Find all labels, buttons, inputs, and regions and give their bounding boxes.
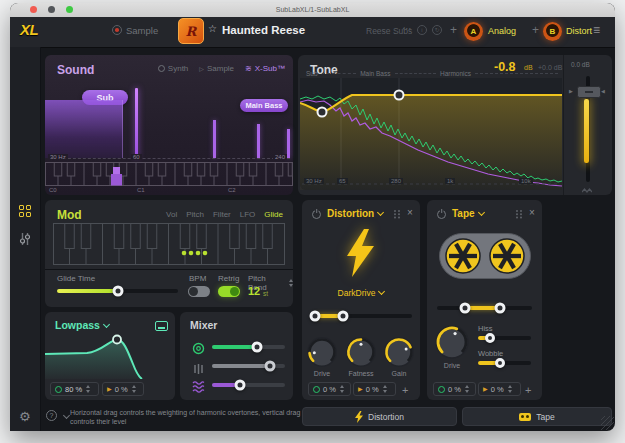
algorithm-dropdown[interactable]: DarkDrive bbox=[302, 288, 420, 298]
section-label: Main Bass bbox=[360, 70, 390, 77]
help-icon[interactable]: ? bbox=[46, 410, 57, 421]
mod-panel-title: Mod bbox=[57, 208, 82, 222]
wet-mix-chip[interactable]: 80 % bbox=[50, 382, 99, 396]
wet-mix-chip[interactable]: 0 % bbox=[433, 382, 476, 396]
noise-level-handle[interactable] bbox=[235, 380, 246, 391]
settings-gear-icon[interactable]: ⚙ bbox=[19, 409, 31, 424]
wobble-handle[interactable] bbox=[495, 358, 505, 368]
tab-lfo[interactable]: LFO bbox=[240, 210, 256, 219]
add-slot-b-icon[interactable]: + bbox=[532, 23, 539, 37]
drag-handle-icon[interactable] bbox=[394, 210, 402, 219]
fatness-knob[interactable] bbox=[343, 334, 379, 374]
send-mix-chip[interactable]: ▶0 % bbox=[478, 382, 521, 396]
glide-time-handle[interactable] bbox=[113, 286, 124, 297]
mid-level-handle[interactable] bbox=[265, 361, 276, 372]
sample-button[interactable]: Sample bbox=[126, 25, 158, 36]
lowpass-curve-display[interactable] bbox=[45, 333, 175, 383]
gain-knob[interactable] bbox=[381, 334, 417, 374]
power-icon[interactable] bbox=[312, 210, 321, 219]
close-icon[interactable]: × bbox=[407, 208, 413, 218]
sub-band-fill bbox=[45, 100, 123, 158]
send-mix-chip[interactable]: ▶0 % bbox=[353, 382, 396, 396]
add-effect-button[interactable]: + bbox=[402, 384, 408, 396]
pitch-bend-value[interactable]: 12 bbox=[248, 285, 260, 297]
sound-panel: Sound Synth ▷Sample ≋X-Sub™ Sub Main Bas… bbox=[45, 55, 293, 195]
preset-artwork[interactable]: R bbox=[178, 18, 204, 44]
power-icon[interactable] bbox=[437, 210, 446, 219]
retrig-label: Retrig bbox=[218, 274, 239, 283]
sub-level-handle[interactable] bbox=[252, 342, 263, 353]
slot-a-label[interactable]: Analog bbox=[488, 26, 516, 36]
output-slider-handle[interactable] bbox=[577, 86, 601, 98]
tab-pitch[interactable]: Pitch bbox=[186, 210, 204, 219]
chevron-down-icon bbox=[103, 321, 110, 328]
add-effect-button[interactable]: + bbox=[525, 384, 531, 396]
tab-glide[interactable]: Glide bbox=[264, 210, 283, 219]
play-icon: ▶ bbox=[483, 386, 488, 392]
arrow-right-icon: ▶ bbox=[569, 88, 573, 94]
tape-reels-graphic bbox=[439, 233, 531, 283]
stepper-icon[interactable] bbox=[383, 385, 387, 393]
freq-label: 30 Hz bbox=[48, 154, 68, 160]
stepper-icon[interactable] bbox=[340, 385, 344, 393]
stepper-icon[interactable] bbox=[465, 385, 469, 393]
freq-label: 30 Hz bbox=[304, 178, 324, 184]
grid-view-icon[interactable] bbox=[19, 205, 31, 217]
range-handle-low[interactable] bbox=[460, 303, 471, 314]
more-dots-icon[interactable]: ⋯ bbox=[402, 23, 412, 34]
help-text: Horizontal drag controls the weighting o… bbox=[70, 408, 320, 426]
tape-drive-knob[interactable] bbox=[432, 322, 472, 366]
eq-point-sub bbox=[318, 108, 327, 117]
lightning-bolt-icon bbox=[355, 411, 363, 423]
slot-a-badge[interactable]: A bbox=[464, 22, 483, 41]
bpm-toggle[interactable] bbox=[188, 286, 210, 297]
tab-sample[interactable]: ▷Sample bbox=[199, 64, 234, 73]
add-slot-a-icon[interactable]: + bbox=[450, 23, 457, 37]
slot-b-badge[interactable]: B bbox=[543, 22, 562, 41]
mixer-panel-title: Mixer bbox=[190, 319, 217, 331]
refresh-icon[interactable]: ↻ bbox=[432, 25, 442, 35]
drive-knob[interactable] bbox=[304, 334, 340, 374]
range-handle-low[interactable] bbox=[310, 311, 321, 322]
tab-vol[interactable]: Vol bbox=[166, 210, 177, 219]
stepper-icon[interactable] bbox=[132, 385, 136, 393]
footer-tab-tape[interactable]: Tape bbox=[462, 407, 612, 426]
tone-eq-display[interactable] bbox=[300, 78, 562, 190]
harmonic-bar bbox=[257, 124, 260, 158]
sound-panel-title: Sound bbox=[57, 63, 94, 77]
hiss-handle[interactable] bbox=[485, 333, 495, 343]
info-icon[interactable]: i bbox=[417, 25, 427, 35]
range-handle-high[interactable] bbox=[338, 311, 349, 322]
footer-tab-distortion[interactable]: Distortion bbox=[302, 407, 457, 426]
sub-level-icon bbox=[192, 341, 205, 359]
preset-name[interactable]: Haunted Reese bbox=[222, 24, 305, 36]
retrig-toggle[interactable] bbox=[218, 286, 240, 297]
lowpass-panel-title[interactable]: Lowpass bbox=[55, 319, 109, 331]
stepper-icon[interactable] bbox=[508, 385, 512, 393]
sound-keyboard[interactable] bbox=[45, 162, 293, 190]
tab-synth[interactable]: Synth bbox=[158, 64, 188, 73]
stepper-icon[interactable] bbox=[86, 385, 90, 393]
faders-view-icon[interactable] bbox=[19, 232, 31, 250]
main-bass-pill[interactable]: Main Bass bbox=[240, 99, 288, 112]
play-icon: ▶ bbox=[358, 386, 363, 392]
stepper-icon[interactable] bbox=[289, 279, 293, 287]
glide-time-label: Glide Time bbox=[57, 274, 95, 283]
close-icon[interactable]: × bbox=[529, 208, 535, 218]
circle-icon bbox=[313, 386, 320, 393]
send-mix-chip[interactable]: ▶0 % bbox=[102, 382, 144, 396]
tape-panel-title[interactable]: Tape bbox=[452, 208, 484, 219]
distortion-panel-title[interactable]: Distortion bbox=[327, 208, 383, 219]
slot-b-label[interactable]: Distort bbox=[566, 26, 592, 36]
filter-display-icon[interactable] bbox=[155, 321, 168, 331]
mod-keyboard[interactable] bbox=[53, 223, 285, 269]
sample-record-icon[interactable] bbox=[112, 25, 122, 35]
tab-xsub[interactable]: ≋X-Sub™ bbox=[245, 64, 285, 73]
menu-icon[interactable]: ≡ bbox=[593, 23, 600, 37]
drag-handle-icon[interactable] bbox=[516, 210, 524, 219]
range-handle-high[interactable] bbox=[495, 303, 506, 314]
favorite-star-icon[interactable]: ☆ bbox=[208, 23, 217, 34]
wet-mix-chip[interactable]: 0 % bbox=[308, 382, 351, 396]
lightning-bolt-icon bbox=[344, 229, 378, 281]
tab-filter[interactable]: Filter bbox=[213, 210, 231, 219]
